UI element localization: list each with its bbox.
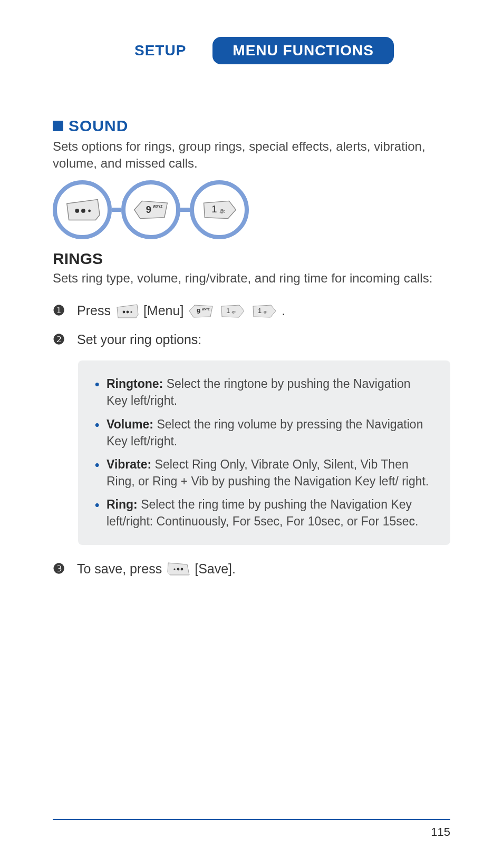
one-key-icon: 1 .@: (201, 198, 238, 222)
svg-text:9: 9 (146, 203, 151, 214)
page-number: 115 (53, 825, 450, 839)
svg-text:1: 1 (226, 307, 230, 315)
step-2-content: Set your ring options: (77, 332, 201, 347)
svg-point-26 (181, 568, 183, 571)
step-2-number: ❷ (53, 331, 67, 348)
key-circle-nine: 9 WXYZ (121, 180, 180, 239)
step-3: ❸ To save, press [Save]. (53, 561, 450, 577)
step-1: ❶ Press [Menu] 9 WXYZ (53, 303, 450, 319)
step-2-text: Set your ring options: (77, 332, 201, 347)
option-ringtone-label: Ringtone: (107, 377, 163, 391)
svg-point-2 (81, 209, 85, 213)
footer-line-icon (53, 819, 450, 820)
key-circle-one: 1 .@: (190, 180, 249, 239)
svg-text:9: 9 (197, 307, 200, 315)
sound-description: Sets options for rings, group rings, spe… (53, 138, 450, 172)
step-3-save-label: [Save]. (195, 561, 236, 577)
option-vibrate: Vibrate: Select Ring Only, Vibrate Only,… (93, 456, 431, 490)
sound-title: SOUND (69, 117, 128, 135)
svg-point-13 (130, 311, 132, 313)
option-ring: Ring: Select the ring time by pushing th… (93, 496, 431, 530)
one-key-icon-inline: 1 .@: (219, 303, 246, 319)
key-connector-icon (180, 208, 190, 212)
step-3-number: ❸ (53, 561, 67, 577)
svg-text:WXYZ: WXYZ (202, 308, 209, 311)
option-vibrate-text: Select Ring Only, Vibrate Only, Silent, … (107, 457, 429, 488)
option-volume-text: Select the ring volume by pressing the N… (107, 417, 423, 448)
svg-text:WXYZ: WXYZ (153, 204, 163, 208)
nine-key-icon-inline: 9 WXYZ (188, 303, 214, 319)
step-1-number: ❶ (53, 303, 67, 319)
svg-point-3 (88, 209, 91, 212)
svg-point-24 (174, 569, 176, 570)
rings-description: Sets ring type, volume, ring/vibrate, an… (53, 270, 450, 287)
step-3-content: To save, press [Save]. (77, 561, 236, 577)
svg-text:1: 1 (258, 307, 262, 315)
step-3-prefix: To save, press (77, 561, 162, 577)
menu-key-icon (64, 198, 101, 222)
manual-page: SETUP MENU FUNCTIONS SOUND Sets options … (0, 0, 503, 868)
rings-subheading: RINGS (53, 250, 450, 268)
menu-key-icon-inline (115, 303, 139, 319)
ring-options-box: Ringtone: Select the ringtone by pushing… (78, 360, 450, 545)
page-footer: 115 (53, 819, 450, 839)
option-ringtone: Ringtone: Select the ringtone by pushing… (93, 375, 431, 409)
save-key-icon-inline (166, 561, 190, 577)
step-1-menu-label: [Menu] (143, 303, 183, 318)
step-1-press-text: Press (77, 303, 111, 318)
step-1-content: Press [Menu] 9 WXYZ (77, 303, 285, 319)
step-2: ❷ Set your ring options: (53, 331, 450, 348)
header-menu-functions-pill: MENU FUNCTIONS (212, 37, 394, 64)
nine-key-icon: 9 WXYZ (132, 198, 169, 222)
option-volume-label: Volume: (107, 417, 153, 431)
option-volume: Volume: Select the ring volume by pressi… (93, 416, 431, 450)
svg-point-12 (127, 310, 129, 313)
option-vibrate-label: Vibrate: (107, 457, 151, 471)
svg-point-1 (75, 209, 79, 213)
svg-marker-14 (189, 305, 212, 317)
page-header: SETUP MENU FUNCTIONS (134, 37, 450, 64)
navigation-key-sequence: 9 WXYZ 1 .@: (53, 180, 450, 239)
step-1-period: . (282, 303, 285, 318)
svg-text:1: 1 (211, 203, 217, 214)
key-circle-menu (53, 180, 112, 239)
svg-text:.@:: .@: (263, 310, 268, 314)
svg-text:.@:: .@: (231, 310, 236, 314)
sound-section-heading: SOUND (53, 117, 450, 135)
svg-point-25 (177, 568, 180, 571)
option-ring-text: Select the ring time by pushing the Navi… (107, 498, 418, 528)
svg-text:.@:: .@: (218, 209, 225, 213)
svg-point-11 (123, 310, 125, 313)
section-bullet-icon (53, 121, 63, 131)
key-connector-icon (112, 208, 121, 212)
ring-options-list: Ringtone: Select the ringtone by pushing… (93, 375, 431, 530)
one-key-icon-inline-2: 1 .@: (251, 303, 277, 319)
option-ring-label: Ring: (107, 498, 138, 511)
header-setup-label: SETUP (134, 42, 186, 59)
